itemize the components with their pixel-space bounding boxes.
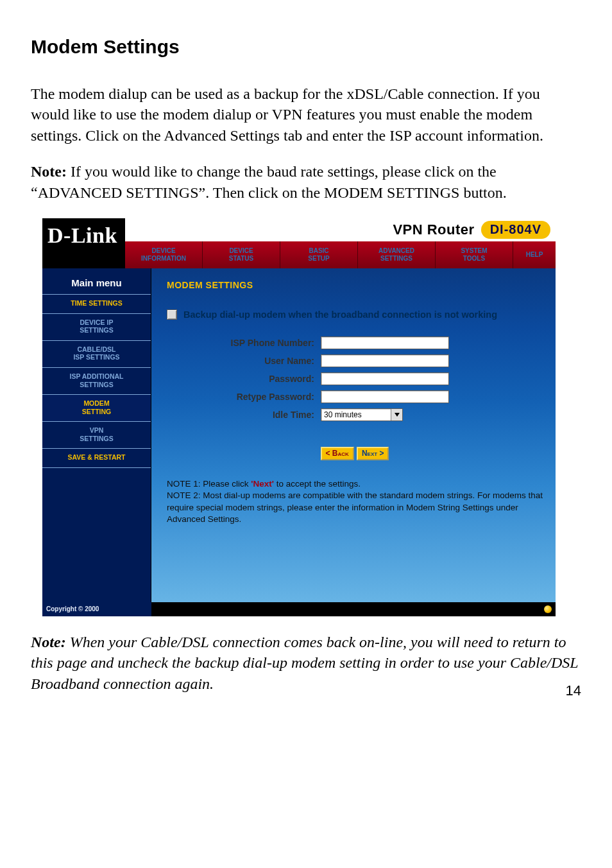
tab-basic-setup[interactable]: BASIC SETUP: [280, 241, 358, 268]
tab-advanced-settings[interactable]: ADVANCED SETTINGS: [358, 241, 436, 268]
note2-text: NOTE 2: Most dial-up modems are compatib…: [167, 490, 543, 525]
idle-time-select[interactable]: 30 minutes: [321, 408, 403, 421]
status-dot-icon: [544, 605, 552, 613]
note1-next-word: 'Next': [251, 479, 274, 489]
bottom-note-label: Note:: [31, 634, 66, 650]
next-button[interactable]: Next >: [357, 447, 389, 460]
idle-time-label: Idle Time:: [167, 410, 321, 420]
router-ui: D-Link VPN Router DI-804V DEVICE INFORMA…: [42, 218, 556, 616]
sidebar: Main menu TIME SETTINGS DEVICE IPSETTING…: [42, 268, 151, 602]
content-panel: MODEM SETTINGS Backup dial-up modem when…: [151, 268, 556, 602]
password-label: Password:: [167, 374, 321, 384]
isp-phone-input[interactable]: [321, 336, 449, 349]
note-label: Note:: [31, 163, 67, 180]
tab-device-information[interactable]: DEVICE INFORMATION: [125, 241, 203, 268]
intro-paragraph: The modem dialup can be used as a backup…: [31, 83, 581, 146]
panel-title: MODEM SETTINGS: [167, 280, 543, 290]
user-name-label: User Name:: [167, 356, 321, 366]
logo-text: D-Link: [47, 223, 117, 248]
page-number: 14: [566, 682, 581, 699]
model-badge: DI-804V: [481, 221, 550, 239]
tab-help[interactable]: HELP: [513, 241, 556, 268]
footer-strip: [151, 602, 556, 616]
note1-post: to accept the settings.: [274, 479, 361, 489]
backup-modem-checkbox[interactable]: [167, 309, 177, 320]
user-name-input[interactable]: [321, 354, 449, 367]
sidebar-item-vpn-settings[interactable]: VPNSETTINGS: [42, 421, 151, 449]
isp-phone-label: ISP Phone Number:: [167, 338, 321, 348]
back-button[interactable]: < Back: [321, 447, 354, 460]
sidebar-item-save-restart[interactable]: SAVE & RESTART: [42, 448, 151, 468]
sidebar-item-cable-dsl-isp-settings[interactable]: CABLE/DSLISP SETTINGS: [42, 340, 151, 368]
sidebar-item-time-settings[interactable]: TIME SETTINGS: [42, 294, 151, 314]
bottom-note: Note: When your Cable/DSL connection com…: [31, 632, 581, 694]
svg-marker-0: [395, 413, 400, 417]
tab-system-tools[interactable]: SYSTEM TOOLS: [436, 241, 513, 268]
router-header: D-Link VPN Router DI-804V DEVICE INFORMA…: [42, 218, 556, 268]
sidebar-heading: Main menu: [42, 268, 151, 295]
panel-notes: NOTE 1: Please click 'Next' to accept th…: [167, 478, 543, 525]
note-paragraph: Note: If you would like to change the ba…: [31, 161, 581, 203]
product-bar: VPN Router DI-804V: [125, 218, 556, 241]
tab-bar: DEVICE INFORMATION DEVICE STATUS BASIC S…: [125, 241, 556, 268]
note1-pre: NOTE 1: Please click: [167, 479, 251, 489]
retype-password-label: Retype Password:: [167, 392, 321, 402]
bottom-note-body: When your Cable/DSL connection comes bac…: [31, 634, 578, 692]
tab-device-status[interactable]: DEVICE STATUS: [203, 241, 280, 268]
sidebar-item-modem-setting[interactable]: MODEMSETTING: [42, 394, 151, 422]
retype-password-input[interactable]: [321, 390, 449, 403]
sidebar-item-isp-additional-settings[interactable]: ISP ADDITIONALSETTINGS: [42, 367, 151, 395]
chevron-down-icon: [391, 409, 402, 421]
page-title: Modem Settings: [31, 36, 581, 58]
note-body: If you would like to change the baud rat…: [31, 163, 507, 200]
copyright: Copyright © 2000: [42, 602, 151, 616]
sidebar-item-device-ip-settings[interactable]: DEVICE IPSETTINGS: [42, 313, 151, 341]
password-input[interactable]: [321, 372, 449, 385]
idle-time-value: 30 minutes: [324, 410, 362, 419]
product-title: VPN Router: [393, 221, 474, 238]
backup-modem-checkbox-label: Backup dial-up modem when the broadband …: [183, 308, 497, 321]
logo: D-Link: [42, 218, 125, 268]
